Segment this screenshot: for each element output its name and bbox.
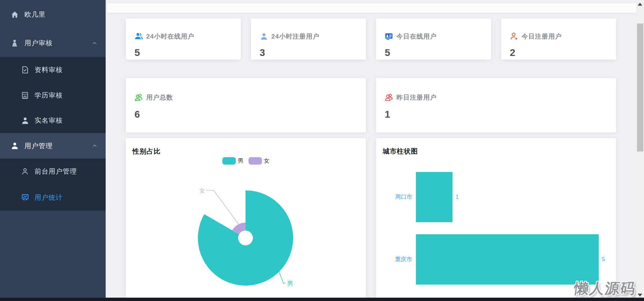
pie-slice-label: 女 [199,187,205,194]
bar-value-label: 1 [455,172,459,222]
user-icon [10,141,19,150]
sidebar-item-label: 用户管理 [24,141,53,150]
sidebar: 欧几里 用户审核 资料审核 学历审核 [0,0,106,301]
stat-card-value: 3 [260,47,265,58]
bar-重庆市[interactable] [416,234,599,285]
stat-card-label: 今日在线用户 [396,32,437,41]
users-filled-icon [134,32,143,41]
stat-card-value: 2 [510,47,515,58]
bar-value-label: 5 [602,234,605,285]
id-card-icon [384,32,393,41]
users-outline-icon [384,93,393,102]
stat-card-registered-today: 今日注册用户 2 [501,18,616,60]
pie-slice-男[interactable] [198,190,293,286]
scroll-up-arrow-icon[interactable] [638,3,642,6]
sidebar-item-user-statistics[interactable]: 用户统计 [0,184,106,210]
user-outline-icon [20,167,30,176]
sidebar-item-label: 前台用户管理 [35,167,77,176]
content-top-band [107,3,636,13]
stat-card-online-today: 今日在线用户 5 [376,18,491,60]
vertical-scrollbar[interactable] [636,0,644,298]
watermark: 懒人源码 [573,279,637,298]
city-bar-chart-card: 城市柱状图 周口市1重庆市5 [376,138,616,298]
user-plus-icon [509,32,519,41]
sidebar-item-label: 欧几里 [24,10,46,19]
chevron-up-icon [92,143,98,149]
chevron-up-icon [92,40,98,46]
sidebar-item-user-management[interactable]: 用户管理 [0,133,106,159]
pie-label-line [279,272,285,283]
sidebar-item-label: 资料审核 [35,65,63,74]
gender-pie-chart: 男女 [126,138,366,298]
stat-card-value: 5 [135,47,140,58]
screen: 欧几里 用户审核 资料审核 学历审核 [0,0,644,301]
stat-card-online-24h: 24小时在线用户 5 [126,18,241,60]
stat-card-registered-yesterday: 昨日注册用户 1 [376,78,616,132]
sidebar-item-education-review[interactable]: 学历审核 [0,82,106,108]
scrollbar-thumb[interactable] [637,23,643,152]
sidebar-item-home[interactable]: 欧几里 [0,0,106,29]
stat-card-value: 6 [135,109,140,120]
stat-card-label: 24小时注册用户 [271,32,319,41]
sidebar-item-label: 学历审核 [35,91,63,100]
user-icon [20,116,30,125]
document-check-icon [20,65,30,74]
city-bar-chart: 周口市1重庆市5 [376,138,616,298]
sidebar-item-label: 用户审核 [24,39,53,48]
sidebar-item-realname-review[interactable]: 实名审核 [0,108,106,133]
stat-card-label: 用户总数 [146,93,173,102]
stat-card-label: 24小时在线用户 [146,32,194,41]
user-filled-icon [259,32,268,41]
bar-周口市[interactable] [416,172,452,222]
scroll-down-arrow-icon[interactable] [638,294,642,297]
sidebar-item-label: 实名审核 [35,116,63,125]
chart-board-icon [20,193,30,202]
sidebar-item-user-review[interactable]: 用户审核 [0,29,106,57]
stat-card-label: 昨日注册用户 [396,93,437,102]
home-icon [10,10,19,19]
sidebar-item-frontend-user-management[interactable]: 前台用户管理 [0,159,106,184]
stat-card-value: 5 [385,47,390,58]
users-group-icon [134,93,143,102]
sidebar-item-data-review[interactable]: 资料审核 [0,57,106,82]
stat-card-total-users: 用户总数 6 [126,78,366,132]
gender-pie-chart-card: 性别占比 男女 男女 [126,138,366,298]
bar-category-label: 周口市 [385,172,412,222]
building-icon [20,91,30,100]
stat-card-label: 今日注册用户 [522,32,562,41]
bottom-edge-strip [0,298,644,301]
sidebar-item-label: 用户统计 [35,193,63,202]
user-stamp-icon [10,39,19,48]
pie-slice-label: 男 [287,280,293,287]
stat-card-value: 1 [385,109,390,120]
bar-category-label: 重庆市 [385,234,412,285]
stat-card-registered-24h: 24小时注册用户 3 [251,18,366,60]
